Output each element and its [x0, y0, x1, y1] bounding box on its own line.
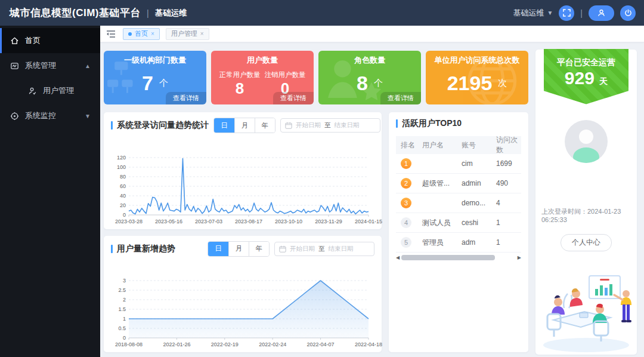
date-to-label: 至	[318, 245, 325, 253]
top-navbar: 城市信息模型(CIM)基础平台 | 基础运维 基础运维 ▼ |	[0, 0, 644, 26]
power-icon	[624, 9, 632, 17]
date-range-picker[interactable]: 开始日期 至 结束日期	[274, 242, 374, 256]
scroll-right-icon[interactable]: ▶	[518, 255, 521, 260]
collapse-sidebar-icon[interactable]	[106, 30, 117, 38]
close-tab-icon[interactable]: ×	[151, 30, 154, 37]
end-date-placeholder[interactable]: 结束日期	[335, 121, 360, 130]
account-cell: admin	[462, 179, 496, 187]
logout-button[interactable]	[620, 5, 636, 21]
horizontal-scrollbar[interactable]: ◀ ▶	[396, 254, 521, 261]
panel-title: 活跃用户TOP10	[396, 118, 521, 129]
svg-text:2023-10-10: 2023-10-10	[275, 218, 302, 224]
table-row[interactable]: 1cim1699	[396, 154, 521, 174]
sidebar-item-system-monitor[interactable]: 系统监控 ▼	[0, 103, 100, 128]
column-header: 访问次数	[496, 135, 521, 155]
svg-text:0.5: 0.5	[118, 325, 126, 331]
user-growth-chart[interactable]: 00.511.522.532018-08-082022-01-262022-02…	[111, 257, 374, 350]
visits-cell: 1	[496, 218, 521, 227]
calendar-icon	[285, 122, 292, 129]
close-tab-icon[interactable]: ×	[200, 30, 204, 37]
rank-badge: 2	[401, 178, 411, 189]
account-cell: demo...	[462, 199, 496, 207]
table-row[interactable]: 5管理员adm1	[396, 233, 521, 253]
end-date-placeholder[interactable]: 结束日期	[329, 245, 354, 253]
stat-card-users: 用户数量 正常用户数量 8 注销用户数量 0 查看详情	[211, 51, 314, 104]
last-login-label: 上次登录时间：	[541, 208, 587, 215]
visits-cell: 1	[496, 238, 521, 247]
login-trend-chart[interactable]: 0204060801001202023-03-282023-05-162023-…	[111, 133, 374, 227]
login-trend-panel: 系统登录访问量趋势统计 日 月 年 开始日期 至	[104, 112, 382, 229]
card-value: 7	[142, 73, 153, 93]
table-row[interactable]: 2超级管...admin490	[396, 174, 521, 193]
svg-text:2022-02-19: 2022-02-19	[211, 341, 239, 347]
scrollbar-thumb[interactable]	[401, 255, 495, 260]
start-date-placeholder[interactable]: 开始日期	[296, 121, 321, 130]
svg-text:0: 0	[123, 335, 126, 341]
svg-text:2023-07-03: 2023-07-03	[195, 218, 222, 224]
svg-text:1: 1	[123, 316, 126, 322]
segment-day[interactable]: 日	[214, 118, 234, 133]
view-details-link[interactable]: 查看详情	[380, 92, 421, 104]
user-profile-button[interactable]	[589, 5, 614, 21]
column-header: 排名	[396, 140, 422, 150]
sidebar-item-label: 用户管理	[43, 85, 74, 96]
svg-text:0: 0	[123, 212, 126, 218]
segment-year[interactable]: 年	[249, 242, 269, 256]
scroll-left-icon[interactable]: ◀	[396, 255, 400, 260]
user-management-icon	[27, 86, 37, 96]
user-name-cell: 管理员	[422, 238, 462, 248]
active-tab-dot	[128, 32, 132, 36]
tab-home[interactable]: 首页 ×	[123, 28, 160, 40]
scrollbar-track[interactable]	[401, 255, 516, 260]
sidebar-item-label: 系统监控	[25, 110, 56, 121]
view-details-link[interactable]: 查看详情	[166, 92, 206, 104]
chevron-down-icon: ▼	[547, 10, 553, 16]
visits-cell: 4	[496, 199, 521, 207]
column-header: 账号	[462, 140, 496, 150]
segment-day[interactable]: 日	[208, 242, 228, 256]
fullscreen-button[interactable]	[559, 5, 574, 21]
stat-card-total-visits: 单位用户访问系统总次数 2195 次	[426, 51, 528, 104]
table-row[interactable]: 4测试人员ceshi1	[396, 213, 521, 233]
sidebar-item-system-management[interactable]: 系统管理 ▲	[0, 53, 100, 78]
segment-month[interactable]: 月	[234, 118, 255, 133]
account-cell: cim	[462, 159, 496, 168]
rank-badge: 1	[401, 158, 411, 169]
sidebar: 首页 系统管理 ▲ 用户管理 系统监控 ▼	[0, 26, 100, 357]
svg-text:3: 3	[123, 278, 126, 284]
table-row[interactable]: 3demo...4	[396, 193, 521, 213]
svg-text:80: 80	[120, 174, 126, 180]
tab-label: 用户管理	[171, 29, 197, 38]
svg-text:2023-05-16: 2023-05-16	[155, 218, 182, 224]
svg-text:2024-01-15: 2024-01-15	[355, 218, 382, 224]
tab-user-management[interactable]: 用户管理 ×	[166, 28, 209, 40]
card-unit: 次	[498, 78, 507, 89]
start-date-placeholder[interactable]: 开始日期	[290, 245, 315, 253]
date-range-picker[interactable]: 开始日期 至 结束日期	[280, 118, 380, 133]
card-sub-value: 8	[217, 81, 262, 96]
period-segment-control: 日 月 年	[208, 241, 270, 257]
svg-text:2022-04-07: 2022-04-07	[307, 341, 335, 347]
panel-title: 系统登录访问量趋势统计	[111, 120, 209, 131]
role-dropdown[interactable]: 基础运维 ▼	[513, 8, 553, 19]
app-title: 城市信息模型(CIM)基础平台	[10, 6, 141, 20]
segment-month[interactable]: 月	[228, 242, 249, 256]
svg-text:2022-02-24: 2022-02-24	[259, 341, 286, 347]
sidebar-item-user-management[interactable]: 用户管理	[0, 78, 100, 103]
uptime-label: 平台已安全运营	[544, 57, 628, 68]
svg-text:60: 60	[120, 183, 126, 189]
tab-label: 首页	[135, 29, 148, 38]
svg-text:2018-08-08: 2018-08-08	[115, 341, 143, 347]
svg-text:20: 20	[120, 202, 126, 208]
view-details-link[interactable]: 查看详情	[273, 92, 314, 104]
date-to-label: 至	[324, 121, 331, 130]
card-title: 单位用户访问系统总次数	[432, 55, 522, 66]
card-value: 2195	[447, 73, 493, 93]
segment-year[interactable]: 年	[255, 118, 275, 133]
account-cell: ceshi	[462, 218, 496, 227]
avatar	[565, 120, 608, 163]
uptime-unit: 天	[599, 76, 608, 86]
nav-divider: |	[580, 8, 583, 18]
sidebar-item-home[interactable]: 首页	[0, 28, 100, 53]
personal-center-button[interactable]: 个人中心	[561, 234, 612, 251]
